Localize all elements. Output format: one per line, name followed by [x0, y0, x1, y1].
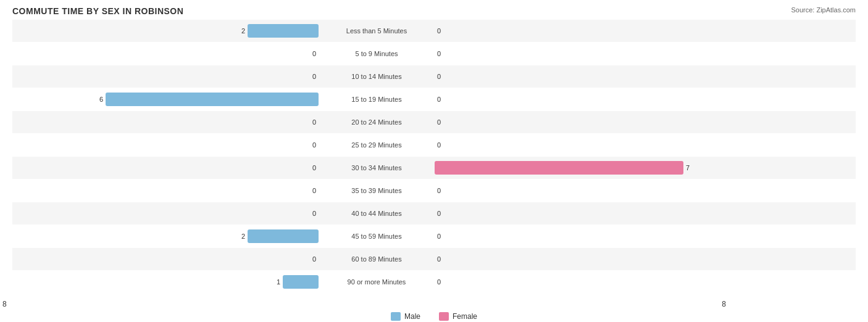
table-row: 0 5 to 9 Minutes 0	[12, 43, 856, 65]
female-value: 0	[437, 255, 446, 263]
table-row: 0 30 to 34 Minutes 7	[12, 157, 856, 179]
right-section: 0	[432, 115, 741, 129]
female-value: 0	[437, 50, 446, 57]
left-section: 0	[12, 252, 321, 266]
right-section: 0	[432, 184, 741, 197]
row-label: 25 to 29 Minutes	[321, 141, 432, 149]
right-section: 0	[432, 252, 741, 266]
bar-female	[435, 161, 683, 175]
row-label: 20 to 24 Minutes	[321, 118, 432, 126]
table-row: 0 20 to 24 Minutes 0	[12, 111, 856, 133]
legend-male: Male	[391, 312, 420, 321]
legend-female-icon	[439, 312, 449, 321]
row-label: 15 to 19 Minutes	[321, 96, 432, 103]
source-label: Source: ZipAtlas.com	[791, 6, 856, 14]
chart-title: COMMUTE TIME BY SEX IN ROBINSON	[12, 6, 856, 16]
legend: Male Female	[0, 312, 868, 321]
right-section: 0	[432, 47, 741, 60]
axis-row: 8 8	[0, 300, 868, 308]
female-value: 0	[437, 187, 446, 194]
female-value: 0	[437, 210, 446, 217]
bar-male	[106, 93, 319, 106]
right-section: 0	[432, 24, 741, 38]
female-value: 0	[437, 73, 446, 80]
right-section: 0	[432, 138, 741, 152]
right-section: 7	[432, 161, 741, 175]
table-row: 6 15 to 19 Minutes 0	[12, 88, 856, 110]
table-row: 2 45 to 59 Minutes 0	[12, 225, 856, 247]
right-section: 0	[432, 207, 741, 220]
row-label: 40 to 44 Minutes	[321, 210, 432, 217]
left-section: 0	[12, 207, 321, 220]
legend-female-label: Female	[453, 312, 477, 321]
table-row: 0 60 to 89 Minutes 0	[12, 248, 856, 270]
left-section: 0	[12, 184, 321, 197]
left-section: 0	[12, 138, 321, 152]
male-value: 2	[236, 27, 245, 35]
row-label: 35 to 39 Minutes	[321, 187, 432, 194]
table-row: 0 35 to 39 Minutes 0	[12, 180, 856, 202]
right-section: 0	[432, 70, 741, 83]
axis-right: 8	[420, 300, 728, 308]
female-value: 7	[686, 164, 695, 171]
table-row: 0 10 to 14 Minutes 0	[12, 65, 856, 88]
row-label: 5 to 9 Minutes	[321, 50, 432, 57]
legend-male-icon	[391, 312, 401, 321]
left-section: 1	[12, 275, 321, 289]
male-value: 2	[236, 233, 245, 240]
table-row: 0 25 to 29 Minutes 0	[12, 134, 856, 156]
chart-container: COMMUTE TIME BY SEX IN ROBINSON Source: …	[0, 0, 868, 322]
male-value: 0	[307, 210, 316, 217]
male-value: 0	[307, 73, 316, 80]
female-value: 0	[437, 118, 446, 126]
axis-left: 8	[0, 300, 309, 308]
right-section: 0	[432, 93, 741, 106]
bar-male	[248, 24, 319, 38]
row-label: Less than 5 Minutes	[321, 27, 432, 35]
chart-area: 2 Less than 5 Minutes 0 0 5 to 9 Minutes…	[12, 20, 856, 277]
female-value: 0	[437, 278, 446, 286]
left-section: 0	[12, 47, 321, 60]
row-label: 30 to 34 Minutes	[321, 164, 432, 171]
legend-male-label: Male	[404, 312, 420, 321]
row-label: 60 to 89 Minutes	[321, 255, 432, 263]
male-value: 0	[307, 141, 316, 149]
right-section: 0	[432, 229, 741, 243]
bar-male	[248, 229, 319, 243]
table-row: 2 Less than 5 Minutes 0	[12, 20, 856, 42]
male-value: 0	[307, 50, 316, 57]
row-label: 45 to 59 Minutes	[321, 233, 432, 240]
female-value: 0	[437, 27, 446, 35]
left-section: 0	[12, 115, 321, 129]
table-row: 1 90 or more Minutes 0	[12, 271, 856, 293]
right-section: 0	[432, 275, 741, 289]
female-value: 0	[437, 141, 446, 149]
male-value: 1	[272, 278, 280, 286]
left-section: 2	[12, 229, 321, 243]
row-label: 90 or more Minutes	[321, 278, 432, 286]
bar-male	[283, 275, 319, 289]
left-section: 0	[12, 161, 321, 175]
left-section: 2	[12, 24, 321, 38]
male-value: 0	[307, 118, 316, 126]
female-value: 0	[437, 233, 446, 240]
left-section: 6	[12, 93, 321, 106]
row-label: 10 to 14 Minutes	[321, 73, 432, 80]
male-value: 6	[94, 96, 103, 103]
male-value: 0	[307, 255, 316, 263]
bottom-section: 8 8 Male Female	[0, 297, 868, 322]
table-row: 0 40 to 44 Minutes 0	[12, 202, 856, 225]
left-section: 0	[12, 70, 321, 83]
legend-female: Female	[439, 312, 477, 321]
male-value: 0	[307, 164, 316, 171]
male-value: 0	[307, 187, 316, 194]
female-value: 0	[437, 96, 446, 103]
